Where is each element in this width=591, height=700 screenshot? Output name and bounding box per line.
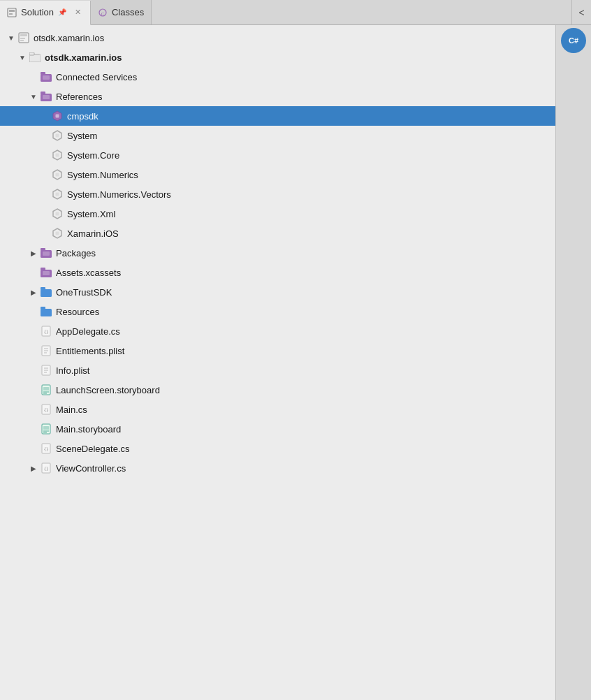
solution-tab-icon: [7, 8, 17, 17]
tree-item-appdelegate[interactable]: {} AppDelegate.cs: [0, 321, 555, 341]
launchscreen-icon: [39, 383, 53, 397]
tree-item-info-plist[interactable]: Info.plist: [0, 360, 555, 380]
expand-arrow-project[interactable]: [17, 52, 28, 63]
tree-item-resources[interactable]: Resources: [0, 302, 555, 321]
tree-label-references: References: [56, 92, 102, 102]
tree-item-system-numerics[interactable]: System.Numerics: [0, 165, 555, 184]
csharp-sidebar-icon[interactable]: C#: [561, 28, 586, 53]
content-area: otsdk.xamarin.ios otsdk.xamarin.ios: [0, 25, 591, 700]
tree-label-system-numerics-vectors: System.Numerics.Vectors: [67, 189, 171, 200]
tree-item-main-storyboard[interactable]: Main.storyboard: [0, 419, 555, 439]
expand-arrow-onetrustSDK[interactable]: [28, 286, 39, 298]
expand-arrow-system-numerics-vectors: [39, 189, 50, 200]
tree-label-cmpsdk: cmpsdk: [67, 111, 98, 122]
info-plist-icon: [39, 363, 53, 377]
expand-arrow-system-xml: [39, 208, 50, 219]
svg-rect-38: [41, 287, 45, 290]
svg-text:C: C: [101, 10, 105, 16]
expand-arrow-system: [39, 130, 50, 141]
solution-panel: otsdk.xamarin.ios otsdk.xamarin.ios: [0, 25, 555, 700]
main-cs-icon: {}: [39, 402, 53, 416]
tree-item-references[interactable]: References: [0, 87, 555, 106]
tree-item-system[interactable]: System: [0, 126, 555, 145]
tab-bar: Solution 📌 ✕ C Classes <: [0, 0, 591, 25]
close-icon[interactable]: ✕: [73, 8, 83, 17]
expand-arrow-root[interactable]: [6, 32, 17, 43]
tree-item-packages[interactable]: Packages: [0, 243, 555, 263]
svg-rect-28: [56, 212, 59, 216]
expand-arrow-references[interactable]: [28, 91, 39, 102]
packages-icon: [39, 246, 53, 260]
references-folder-icon: [39, 89, 53, 103]
tree-label-resources: Resources: [56, 307, 99, 317]
tree-item-root[interactable]: otsdk.xamarin.ios: [0, 28, 555, 48]
svg-rect-15: [41, 92, 45, 94]
svg-rect-37: [41, 289, 52, 297]
tree-label-connected-services: Connected Services: [56, 72, 137, 82]
tree-item-assets-xcassets[interactable]: Assets.xcassets: [0, 263, 555, 282]
expand-arrow-info-plist: [28, 365, 39, 376]
tree-item-project[interactable]: otsdk.xamarin.ios: [0, 48, 555, 67]
viewcontroller-icon: {}: [39, 461, 53, 475]
svg-rect-6: [20, 34, 27, 36]
tree-label-system-numerics: System.Numerics: [67, 170, 138, 180]
tree-item-system-xml[interactable]: System.Xml: [0, 204, 555, 224]
svg-rect-36: [43, 271, 50, 275]
tree-item-connected-services[interactable]: Connected Services: [0, 67, 555, 87]
tree-item-scenedelegate[interactable]: {} SceneDelegate.cs: [0, 439, 555, 458]
solution-tab-label: Solution: [21, 7, 54, 17]
expand-arrow-packages[interactable]: [28, 247, 39, 258]
system-icon: [50, 129, 64, 143]
svg-text:{}: {}: [43, 466, 48, 471]
tree-item-cmpsdk[interactable]: cmpsdk: [0, 106, 555, 126]
svg-rect-52: [43, 387, 49, 391]
expand-arrow-system-numerics: [39, 169, 50, 180]
tree-label-system: System: [67, 131, 97, 141]
pin-icon[interactable]: 📌: [58, 8, 66, 16]
tree-label-xamarin-ios: Xamarin.iOS: [67, 228, 119, 239]
expand-arrow-main-storyboard: [28, 423, 39, 435]
svg-text:{}: {}: [43, 407, 48, 412]
svg-text:{}: {}: [43, 446, 48, 451]
svg-rect-13: [43, 75, 50, 80]
tab-classes[interactable]: C Classes: [91, 0, 152, 24]
svg-rect-18: [56, 115, 59, 118]
tree-label-appdelegate: AppDelegate.cs: [56, 326, 120, 337]
tree-label-main-storyboard: Main.storyboard: [56, 424, 121, 435]
tree-label-entitlements: Entitlements.plist: [56, 346, 124, 356]
system-numerics-vectors-icon: [50, 187, 64, 201]
collapse-panel-button[interactable]: <: [571, 0, 591, 24]
svg-rect-7: [20, 38, 25, 39]
tree-item-xamarin-ios[interactable]: Xamarin.iOS: [0, 224, 555, 243]
tree-item-launchscreen[interactable]: LaunchScreen.storyboard: [0, 380, 555, 400]
tree-label-launchscreen: LaunchScreen.storyboard: [56, 385, 160, 395]
tree-item-entitlements[interactable]: Entitlements.plist: [0, 341, 555, 360]
svg-rect-20: [56, 134, 59, 138]
tree-item-system-numerics-vectors[interactable]: System.Numerics.Vectors: [0, 184, 555, 204]
project-folder-icon: [28, 50, 42, 64]
resources-icon: [39, 305, 53, 319]
expand-arrow-assets-xcassets: [28, 267, 39, 278]
tree-label-project: otsdk.xamarin.ios: [45, 52, 122, 63]
tree-label-packages: Packages: [56, 248, 96, 258]
svg-rect-0: [8, 8, 16, 17]
svg-rect-22: [56, 154, 59, 157]
tree-label-root: otsdk.xamarin.ios: [34, 33, 104, 43]
tree-item-main-cs[interactable]: {} Main.cs: [0, 400, 555, 419]
expand-arrow-xamarin-ios: [39, 228, 50, 239]
expand-arrow-scenedelegate: [28, 443, 39, 454]
app-container: Solution 📌 ✕ C Classes <: [0, 0, 591, 700]
appdelegate-icon: {}: [39, 324, 53, 338]
tree-item-viewcontroller[interactable]: {} ViewController.cs: [0, 458, 555, 478]
tree-item-system-core[interactable]: System.Core: [0, 145, 555, 165]
tree-label-viewcontroller: ViewController.cs: [56, 463, 126, 474]
cmpsdk-icon: [50, 109, 64, 123]
main-storyboard-icon: [39, 422, 53, 436]
tree-item-onetrustSDK[interactable]: OneTrustSDK: [0, 282, 555, 302]
svg-rect-40: [41, 307, 45, 309]
entitlements-icon: [39, 344, 53, 358]
svg-rect-33: [43, 251, 50, 256]
expand-arrow-viewcontroller[interactable]: [28, 462, 39, 474]
svg-rect-12: [41, 72, 45, 75]
tab-solution[interactable]: Solution 📌 ✕: [0, 1, 91, 25]
